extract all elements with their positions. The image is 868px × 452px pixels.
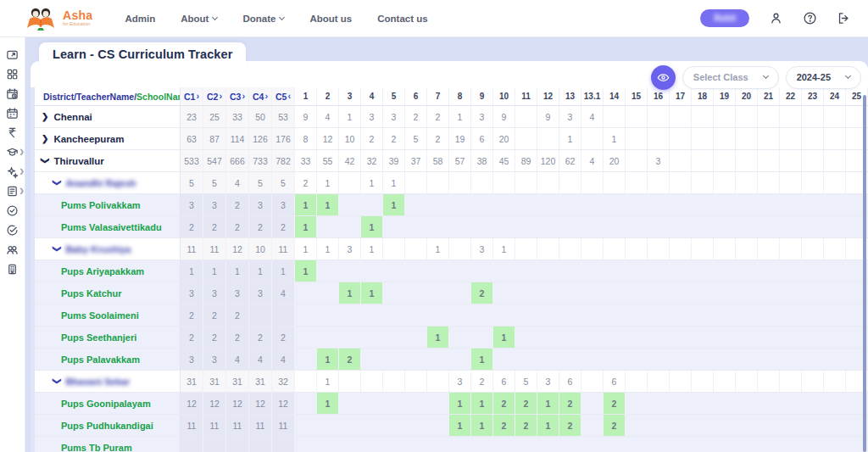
column-header-8: 8 — [449, 87, 471, 105]
chevron-expanded-icon[interactable]: ❯ — [53, 245, 62, 252]
view-button[interactable] — [651, 65, 676, 90]
building-icon — [6, 263, 19, 276]
chevron-right-icon: ❯ — [19, 148, 25, 155]
table-cell: 2 — [272, 216, 295, 237]
table-cell: 1 — [537, 393, 559, 414]
column-header-c4[interactable]: C4› — [249, 87, 272, 105]
sidebar-item-progress-check[interactable] — [3, 223, 23, 237]
table-cell — [361, 260, 383, 282]
sidebar-item-dashboard[interactable] — [3, 67, 23, 81]
column-header-c1[interactable]: C1› — [181, 87, 203, 105]
table-cell — [295, 282, 317, 304]
table-cell: 10 — [339, 128, 361, 149]
sidebar-item-calendar-clock[interactable] — [3, 86, 23, 100]
table-cell — [780, 194, 802, 215]
nav-link-about-us[interactable]: About us — [309, 14, 352, 24]
table-cell — [626, 393, 648, 414]
year-select[interactable]: 2024-25 — [786, 66, 861, 89]
row-name-cell[interactable]: ❯Anandhi Rajesh — [35, 172, 181, 193]
sidebar-item-building[interactable] — [3, 262, 23, 276]
sidebar-item-users[interactable] — [3, 243, 23, 256]
table-cell — [758, 415, 780, 436]
brand-logo[interactable]: Asha for Education — [24, 5, 92, 32]
table-cell — [471, 260, 493, 282]
row-name-cell[interactable]: ❯Baby Krushiya — [35, 238, 181, 259]
chevron-right-icon[interactable]: › — [242, 92, 245, 101]
table-cell — [670, 282, 692, 304]
row-name-cell[interactable]: Pups Seethanjeri — [35, 326, 181, 348]
row-name-cell[interactable]: Pups Katchur — [35, 282, 181, 304]
column-header-c2[interactable]: C2› — [203, 87, 226, 105]
table-cell: 10 — [249, 238, 272, 259]
class-select[interactable]: Select Class — [682, 66, 779, 89]
row-name-cell[interactable]: ❯Chennai — [35, 106, 181, 127]
row-name-label: Pums Soolaimeni — [61, 310, 139, 321]
table-cell — [449, 326, 471, 348]
row-name-cell[interactable]: Pums Tb Puram — [35, 437, 181, 452]
sidebar-item-sparkles[interactable]: ❯ — [3, 165, 23, 178]
chevron-collapsed-icon[interactable]: ❯ — [42, 112, 48, 121]
help-icon[interactable] — [802, 11, 817, 26]
table-cell: 2 — [493, 393, 515, 414]
column-header-c5[interactable]: C5‹ — [272, 87, 295, 105]
table-cell — [692, 282, 714, 304]
sidebar-item-check-circle[interactable] — [3, 204, 23, 217]
row-name-cell[interactable]: ❯Bhavani Sekar — [35, 371, 181, 392]
table-cell: 3 — [249, 194, 272, 215]
sidebar-item-calendar[interactable] — [3, 106, 23, 120]
chevron-left-icon[interactable]: ‹ — [287, 92, 291, 101]
chevron-right-icon[interactable]: › — [264, 92, 268, 101]
table-cell — [515, 238, 537, 259]
row-name-cell[interactable]: ❯Thiruvallur — [35, 150, 181, 171]
table-cell: 1 — [272, 260, 295, 282]
table-cell: 20 — [493, 128, 515, 149]
chevron-expanded-icon[interactable]: ❯ — [41, 157, 50, 164]
table-cell: 39 — [383, 150, 405, 171]
table-cell: 2 — [559, 393, 581, 414]
chevron-right-icon[interactable]: › — [219, 92, 222, 101]
table-cell — [626, 128, 648, 149]
column-header-20: 20 — [736, 87, 758, 105]
nav-link-contact-us[interactable]: Contact us — [377, 14, 427, 24]
table-cell: 89 — [515, 150, 537, 171]
user-name-button[interactable]: Rohit — [700, 9, 749, 27]
table-cell — [449, 260, 471, 282]
table-cell — [736, 415, 758, 436]
table-cell: 3 — [203, 282, 226, 304]
sidebar-item-document[interactable]: ❯ — [3, 184, 23, 198]
table-row-kancheepuram: ❯Kancheepuram638711412617681210225219620… — [35, 128, 868, 150]
vertical-scrollbar[interactable] — [863, 95, 866, 452]
row-name-cell[interactable]: Pums Polivakkam — [35, 194, 181, 215]
sidebar-item-graduation-cap[interactable]: ❯ — [3, 145, 23, 159]
row-name-cell[interactable]: Pums Soolaimeni — [35, 304, 181, 326]
row-name-cell[interactable]: ❯Kancheepuram — [35, 128, 181, 149]
table-row-pups-katchur: Pups Katchur33334112 — [35, 282, 868, 304]
table-cell — [249, 437, 272, 452]
chevron-collapsed-icon[interactable]: ❯ — [42, 134, 48, 143]
row-name-cell[interactable]: Pups Ariyapakkam — [35, 260, 181, 282]
row-name-cell[interactable]: Pums Valasaivettikadu — [35, 216, 181, 237]
profile-icon[interactable] — [768, 11, 783, 26]
table-cell — [405, 238, 427, 259]
nav-link-admin[interactable]: Admin — [125, 14, 155, 24]
row-name-cell[interactable]: Pups Palavakkam — [35, 349, 181, 370]
row-name-cell[interactable]: Pups Goonipalayam — [35, 393, 181, 414]
row-name-cell[interactable]: Pups Pudhukandigai — [35, 415, 181, 436]
chevron-expanded-icon[interactable]: ❯ — [53, 179, 62, 186]
column-header-c3[interactable]: C3› — [226, 87, 249, 105]
chevron-right-icon[interactable]: › — [196, 92, 199, 101]
table-cell — [736, 238, 758, 259]
table-cell — [692, 393, 714, 414]
sidebar-item-screen-share[interactable] — [3, 47, 23, 61]
table-cell — [361, 415, 383, 436]
table-cell — [626, 150, 648, 171]
chevron-down-icon — [845, 73, 851, 79]
table-cell: 2 — [339, 349, 361, 370]
sidebar-item-rupee[interactable] — [3, 126, 23, 139]
nav-link-donate[interactable]: Donate — [242, 14, 284, 24]
chevron-expanded-icon[interactable]: ❯ — [53, 377, 62, 384]
nav-link-about[interactable]: About — [181, 14, 217, 24]
logout-icon[interactable] — [836, 11, 851, 26]
table-cell — [581, 437, 604, 452]
table-cell — [604, 282, 626, 304]
